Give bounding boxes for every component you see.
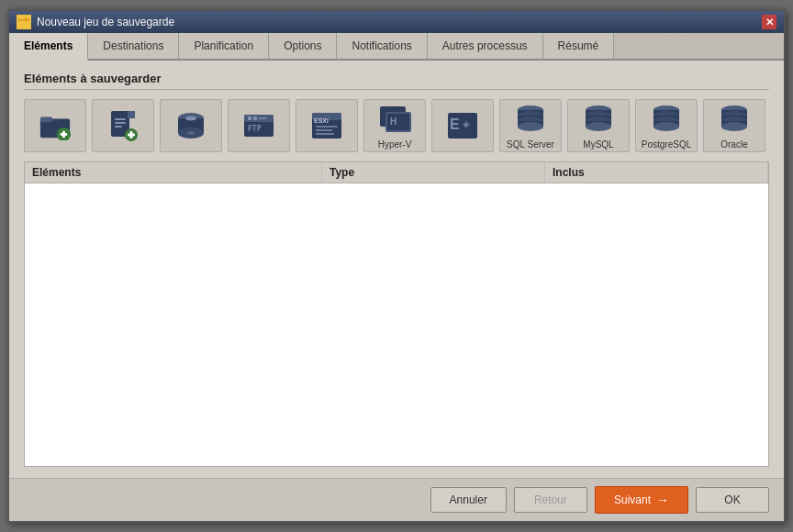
arrow-right-icon: →	[656, 493, 669, 507]
svg-rect-10	[128, 111, 135, 118]
cancel-button[interactable]: Annuler	[430, 487, 507, 513]
svg-text:ESXi: ESXi	[314, 117, 329, 124]
ok-button[interactable]: OK	[696, 487, 769, 513]
svg-point-47	[518, 122, 543, 131]
svg-text:FTP: FTP	[248, 125, 262, 133]
tab-notifications[interactable]: Notifications	[337, 33, 427, 59]
tab-destinations[interactable]: Destinations	[88, 33, 179, 59]
close-button[interactable]: ✕	[762, 15, 776, 29]
svg-rect-13	[115, 126, 122, 127]
oracle-label: Oracle	[720, 139, 747, 150]
mysql-label: MySQL	[583, 139, 613, 150]
col-elements: Eléments	[25, 162, 322, 183]
tab-planification[interactable]: Planification	[179, 33, 269, 59]
svg-point-54	[586, 122, 611, 131]
content-area: Eléments à sauvegarder	[9, 61, 784, 478]
svg-rect-12	[115, 122, 126, 124]
add-exchange-button[interactable]: E ✦	[431, 99, 494, 152]
hyperv-icon: H	[378, 103, 411, 136]
svg-rect-33	[316, 133, 334, 135]
sqlserver-label: SQL Server	[507, 139, 554, 150]
svg-point-20	[185, 116, 196, 121]
window-icon	[17, 15, 31, 29]
add-ftp-button[interactable]: FTP	[228, 99, 290, 152]
table-body	[25, 183, 768, 466]
ftp-icon: FTP	[242, 109, 275, 142]
svg-rect-4	[40, 117, 52, 123]
mysql-icon	[582, 103, 615, 136]
svg-text:H: H	[390, 116, 396, 127]
elements-icons-row: FTP ESXi	[24, 99, 769, 152]
svg-rect-25	[253, 116, 257, 120]
section-title: Eléments à sauvegarder	[24, 72, 769, 90]
add-hyperv-button[interactable]: H Hyper-V	[363, 99, 426, 152]
tab-elements[interactable]: Eléments	[9, 33, 88, 61]
add-sqlserver-button[interactable]: SQL Server	[499, 99, 562, 152]
svg-rect-31	[316, 126, 338, 127]
svg-rect-7	[62, 131, 65, 139]
postgresql-icon	[650, 103, 683, 136]
svg-text:E: E	[450, 116, 460, 132]
add-disk-button[interactable]	[160, 99, 222, 152]
svg-rect-1	[18, 18, 29, 21]
hyperv-label: Hyper-V	[378, 139, 412, 150]
esxi-icon: ESXi	[310, 109, 343, 142]
svg-text:✦: ✦	[461, 117, 472, 132]
oracle-icon	[718, 103, 751, 136]
tabs-bar: Eléments Destinations Planification Opti…	[9, 33, 784, 61]
add-folder-button[interactable]	[24, 99, 86, 152]
svg-rect-32	[316, 129, 332, 131]
tab-options[interactable]: Options	[269, 33, 337, 59]
footer: Annuler Retour Suivant → OK	[9, 478, 784, 521]
window-title: Nouveau jeu de sauvegarde	[37, 16, 174, 28]
next-label: Suivant	[614, 493, 651, 506]
postgresql-label: PostgreSQL	[642, 139, 691, 150]
main-window: Nouveau jeu de sauvegarde ✕ Eléments Des…	[7, 9, 786, 523]
add-esxi-button[interactable]: ESXi	[296, 99, 358, 152]
table-header: Eléments Type Inclus	[25, 162, 768, 183]
svg-point-21	[187, 131, 195, 135]
add-postgresql-button[interactable]: PostgreSQL	[635, 99, 698, 152]
sqlserver-icon	[514, 103, 547, 136]
svg-rect-24	[248, 116, 251, 120]
exchange-icon: E ✦	[446, 109, 479, 142]
add-mysql-button[interactable]: MySQL	[567, 99, 630, 152]
col-inclus: Inclus	[545, 162, 768, 183]
next-button[interactable]: Suivant →	[595, 486, 688, 514]
tab-autres[interactable]: Autres processus	[428, 33, 543, 59]
add-oracle-button[interactable]: Oracle	[703, 99, 765, 152]
back-button[interactable]: Retour	[514, 487, 587, 513]
svg-point-68	[721, 122, 747, 131]
file-add-icon	[106, 109, 140, 142]
tab-resume[interactable]: Résumé	[543, 33, 615, 59]
elements-table: Eléments Type Inclus	[24, 161, 769, 467]
svg-point-61	[653, 122, 679, 131]
svg-rect-2	[20, 17, 24, 19]
col-type: Type	[322, 162, 545, 183]
add-file-button[interactable]	[92, 99, 154, 152]
title-bar: Nouveau jeu de sauvegarde ✕	[9, 11, 784, 33]
svg-rect-16	[130, 131, 133, 139]
folder-add-icon	[39, 109, 72, 142]
svg-rect-11	[115, 118, 126, 120]
disk-icon	[174, 109, 207, 142]
title-bar-left: Nouveau jeu de sauvegarde	[17, 15, 174, 29]
